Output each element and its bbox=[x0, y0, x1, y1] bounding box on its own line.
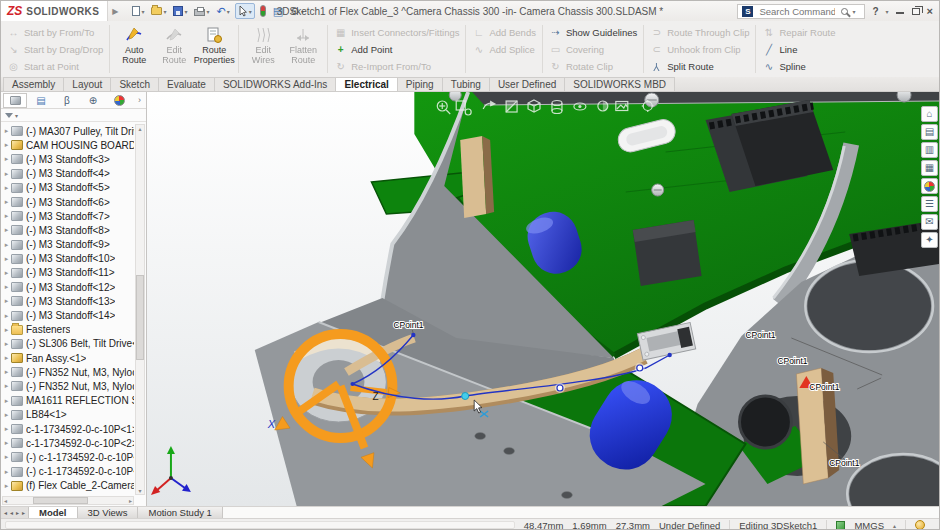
tab-scroll-left-icon[interactable]: ◂ bbox=[9, 509, 14, 516]
tree-item[interactable]: ▸ (-) M3 Standoff<11> bbox=[2, 266, 134, 280]
dimxpert-manager-tab[interactable]: ⊕ bbox=[81, 93, 105, 108]
tree-item[interactable]: ▸ (-) M3 Standoff<14> bbox=[2, 308, 134, 322]
open-button[interactable]: ▾ bbox=[149, 6, 168, 16]
tree-item[interactable]: ▸ (-) FN352 Nut, M3, Nyloc<1> bbox=[2, 365, 134, 379]
expand-arrow-icon[interactable]: ▸ bbox=[2, 255, 11, 263]
expand-arrow-icon[interactable]: ▸ bbox=[2, 425, 11, 433]
tree-vertical-scrollbar[interactable]: ▴ ▾ bbox=[135, 124, 145, 495]
expand-arrow-icon[interactable]: ▸ bbox=[2, 354, 11, 362]
command-tab[interactable]: Assembly bbox=[3, 77, 64, 91]
help-button[interactable]: ? bbox=[872, 6, 878, 17]
tree-item[interactable]: ▸ (-) c-1-1734592-0-c-10P<6> bbox=[2, 465, 134, 479]
route-point[interactable] bbox=[557, 385, 563, 391]
units-selector[interactable]: MMGS bbox=[854, 520, 884, 530]
route-properties-button[interactable]: Route Properties bbox=[194, 22, 234, 76]
help-dropdown-icon[interactable]: ▾ bbox=[886, 8, 889, 15]
tree-item[interactable]: ▸ CAM HOUSING BOARDS<1> bbox=[2, 138, 134, 152]
scrollbar-thumb[interactable] bbox=[33, 497, 88, 504]
command-tab[interactable]: SOLIDWORKS MBD bbox=[564, 77, 675, 91]
expand-arrow-icon[interactable]: ▸ bbox=[2, 241, 11, 249]
command-tab[interactable]: SOLIDWORKS Add-Ins bbox=[214, 77, 336, 91]
auto-route-button[interactable]: Auto Route bbox=[114, 22, 154, 76]
search-commands-box[interactable]: S ▾ bbox=[737, 4, 865, 19]
tree-item[interactable]: ▸ (-) M3 Standoff<12> bbox=[2, 280, 134, 294]
expand-arrow-icon[interactable]: ▸ bbox=[2, 212, 11, 220]
selected-route-point[interactable] bbox=[462, 393, 469, 400]
tree-item[interactable]: ▸ (-) MA307 Pulley, Tilt Drive<1> bbox=[2, 124, 134, 138]
scroll-up-icon[interactable]: ▴ bbox=[136, 125, 144, 132]
tab-scroll-last-icon[interactable]: ▸ bbox=[21, 509, 26, 516]
command-tab[interactable]: Sketch bbox=[110, 77, 159, 91]
expand-arrow-icon[interactable]: ▸ bbox=[2, 283, 11, 291]
solidworks-resources-icon[interactable]: ⌂ bbox=[921, 106, 938, 122]
route-point[interactable] bbox=[350, 382, 354, 386]
restore-button[interactable] bbox=[912, 8, 920, 15]
property-manager-tab[interactable]: ▤ bbox=[29, 93, 53, 108]
search-dropdown-icon[interactable]: ▾ bbox=[852, 8, 855, 15]
configuration-manager-tab[interactable]: β bbox=[55, 93, 79, 108]
expand-arrow-icon[interactable]: ▸ bbox=[2, 198, 11, 206]
tree-item[interactable]: ▸ (-) M3 Standoff<9> bbox=[2, 238, 134, 252]
minimize-button[interactable] bbox=[896, 7, 905, 15]
tree-item[interactable]: ▸ MA1611 REFLECTION SHIELD, LED7 bbox=[2, 394, 134, 408]
tab-motion-study[interactable]: Motion Study 1 bbox=[138, 507, 222, 518]
tree-item[interactable]: ▸ c-1-1734592-0-c-10P<2> bbox=[2, 436, 134, 450]
tabstrip-overflow-icon[interactable]: › bbox=[138, 95, 144, 105]
tree-item[interactable]: ▸ (-) M3 Standoff<10> bbox=[2, 252, 134, 266]
file-explorer-icon[interactable]: ▥ bbox=[921, 142, 938, 158]
command-tab[interactable]: Electrical bbox=[335, 77, 397, 91]
save-button[interactable]: ▾ bbox=[171, 5, 189, 17]
scroll-right-icon[interactable]: ▸ bbox=[128, 497, 133, 504]
expand-arrow-icon[interactable]: ▸ bbox=[2, 453, 11, 461]
expand-arrow-icon[interactable]: ▸ bbox=[2, 141, 11, 149]
appearances-scenes-icon[interactable] bbox=[921, 178, 938, 194]
tree-item[interactable]: ▸ (-) FN352 Nut, M3, Nyloc<2> bbox=[2, 379, 134, 393]
add-point-button[interactable]: +Add Point bbox=[334, 41, 459, 57]
expand-arrow-icon[interactable]: ▸ bbox=[2, 340, 11, 348]
command-tab[interactable]: Piping bbox=[397, 77, 443, 91]
expand-arrow-icon[interactable]: ▸ bbox=[2, 269, 11, 277]
tab-model[interactable]: Model bbox=[29, 507, 77, 518]
tree-item[interactable]: ▸ (-) M3 Standoff<13> bbox=[2, 294, 134, 308]
expand-arrow-icon[interactable]: ▸ bbox=[2, 468, 11, 476]
expand-arrow-icon[interactable]: ▸ bbox=[2, 411, 11, 419]
scroll-down-icon[interactable]: ▾ bbox=[136, 487, 144, 494]
featuremanager-tree-tab[interactable] bbox=[3, 93, 27, 108]
tree-item[interactable]: ▸ Fasteners bbox=[2, 323, 134, 337]
line-button[interactable]: ╱Line bbox=[762, 41, 835, 57]
command-tab[interactable]: Layout bbox=[63, 77, 111, 91]
filter-funnel-icon[interactable] bbox=[5, 113, 13, 118]
tree-item[interactable]: ▸ (-) M3 Standoff<3> bbox=[2, 152, 134, 166]
file-properties-button[interactable]: ▤ bbox=[271, 5, 285, 18]
options-button[interactable]: ⚙▾ bbox=[288, 5, 306, 18]
expand-arrow-icon[interactable]: ▸ bbox=[2, 368, 11, 376]
solidworks-forum-icon[interactable]: ✉ bbox=[921, 214, 938, 230]
expand-arrow-icon[interactable]: ▸ bbox=[2, 297, 11, 305]
spline-button[interactable]: ∿Spline bbox=[762, 58, 835, 74]
tree-item[interactable]: ▸ (-) c-1-1734592-0-c-10P<3> bbox=[2, 450, 134, 464]
tree-item[interactable]: ▸ (-) M3 Standoff<4> bbox=[2, 167, 134, 181]
show-guidelines-button[interactable]: ⇢Show Guidelines bbox=[549, 24, 637, 40]
tree-horizontal-scrollbar[interactable]: ◂ ▸ bbox=[2, 496, 134, 505]
tab-3d-views[interactable]: 3D Views bbox=[78, 507, 139, 518]
tab-scroll-buttons[interactable]: ◂ ◂ ▸ ▸ bbox=[1, 507, 29, 518]
graphics-area[interactable]: CPoint1 CPoint1 CPoint1 CPoint1 CPoint1 … bbox=[147, 92, 939, 506]
expand-arrow-icon[interactable]: ▸ bbox=[2, 482, 11, 490]
tab-scroll-right-icon[interactable]: ▸ bbox=[15, 509, 20, 516]
split-route-button[interactable]: YSplit Route bbox=[650, 58, 749, 74]
tree-item[interactable]: ▸ (f) Flex Cable_2-Camera Chassis 300 bbox=[2, 479, 134, 493]
tree-item[interactable]: ▸ (-) SL306 Belt, Tilt Drive<1> -> * bbox=[2, 337, 134, 351]
expand-arrow-icon[interactable]: ▸ bbox=[2, 170, 11, 178]
tree-item[interactable]: ▸ (-) M3 Standoff<7> bbox=[2, 209, 134, 223]
expand-arrow-icon[interactable]: ▸ bbox=[2, 397, 11, 405]
web-status-icon[interactable] bbox=[915, 520, 925, 530]
expand-arrow-icon[interactable]: ▸ bbox=[2, 155, 11, 163]
new-document-button[interactable]: ▾ bbox=[130, 5, 146, 17]
route-point[interactable] bbox=[667, 353, 671, 357]
graphics-viewport[interactable]: CPoint1 CPoint1 CPoint1 CPoint1 CPoint1 … bbox=[147, 92, 939, 506]
expand-arrow-icon[interactable]: ▸ bbox=[2, 184, 11, 192]
tree-item[interactable]: ▸ (-) M3 Standoff<5> bbox=[2, 181, 134, 195]
filter-dropdown-icon[interactable]: ▾ bbox=[15, 112, 18, 119]
command-tab[interactable]: Tubing bbox=[442, 77, 490, 91]
expand-arrow-icon[interactable]: ▸ bbox=[2, 127, 11, 135]
